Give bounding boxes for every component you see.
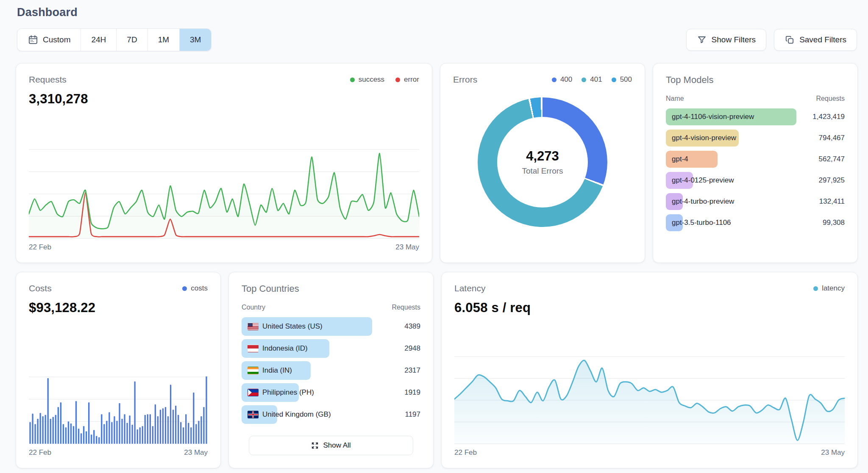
country-requests: 1197 xyxy=(405,410,420,419)
model-name: gpt-4-turbo-preview xyxy=(666,197,734,206)
model-requests: 99,308 xyxy=(823,219,845,227)
toolbar: Custom 24H 7D 1M 3M Show Filters xyxy=(0,19,868,51)
calendar-icon xyxy=(28,34,39,45)
legend-item-401: 401 xyxy=(581,75,602,84)
country-name: India (IN) xyxy=(242,366,292,375)
saved-filters-label: Saved Filters xyxy=(799,35,846,44)
top-countries-header: Country Requests xyxy=(242,304,420,311)
time-filter-24h[interactable]: 24H xyxy=(81,29,116,51)
latency-average-value: 6.058 s / req xyxy=(454,300,845,315)
table-row[interactable]: United States (US) 4389 xyxy=(242,317,420,336)
latency-card-title: Latency xyxy=(454,283,486,293)
requests-card: Requests success error 3,310,278 22 Feb xyxy=(16,63,432,263)
table-row[interactable]: gpt-3.5-turbo-1106 99,308 xyxy=(666,214,845,231)
table-row[interactable]: India (IN) 2317 xyxy=(242,361,420,380)
top-models-title: Top Models xyxy=(666,75,714,86)
column-header-requests: Requests xyxy=(816,95,845,102)
errors-card: Errors 400 401 500 xyxy=(440,63,645,263)
column-header-country: Country xyxy=(242,304,265,311)
table-row[interactable]: gpt-4-0125-preview 297,925 xyxy=(666,172,845,189)
requests-legend: success error xyxy=(350,75,419,84)
x-axis-end-label: 23 May xyxy=(821,448,845,457)
costs-total-value: $93,128.22 xyxy=(29,300,208,315)
errors-legend: 400 401 500 xyxy=(552,75,632,84)
costs-card: Costs costs $93,128.22 22 Feb 23 May xyxy=(16,272,221,468)
table-row[interactable]: Philippines (PH) 1919 xyxy=(242,383,420,402)
time-filter-custom[interactable]: Custom xyxy=(17,29,81,51)
india-flag-icon xyxy=(248,367,259,374)
top-countries-card: Top Countries Country Requests United St… xyxy=(228,272,434,468)
total-errors-label: Total Errors xyxy=(522,166,563,176)
legend-item-500: 500 xyxy=(612,75,632,84)
table-row[interactable]: gpt-4-vision-preview 794,467 xyxy=(666,130,845,147)
country-requests: 1919 xyxy=(404,388,420,397)
table-row[interactable]: Indonesia (ID) 2948 xyxy=(242,339,420,358)
top-models-rows: gpt-4-1106-vision-preview 1,423,419 gpt-… xyxy=(666,108,845,235)
model-requests: 297,925 xyxy=(819,176,845,185)
legend-item-error: error xyxy=(395,75,419,84)
costs-x-axis: 22 Feb 23 May xyxy=(29,448,208,457)
top-countries-title: Top Countries xyxy=(242,283,299,294)
time-filter-1m[interactable]: 1M xyxy=(147,29,179,51)
status-400-legend-dot xyxy=(552,77,556,82)
legend-item-400: 400 xyxy=(552,75,572,84)
time-filter-custom-label: Custom xyxy=(43,35,70,44)
x-axis-start-label: 22 Feb xyxy=(29,448,51,457)
model-requests: 794,467 xyxy=(819,134,845,142)
country-requests: 2948 xyxy=(404,344,420,353)
page-title: Dashboard xyxy=(0,0,868,19)
philippines-flag-icon xyxy=(248,389,259,396)
top-countries-rows: United States (US) 4389 Indonesia (ID) 2… xyxy=(242,317,420,427)
show-filters-button[interactable]: Show Filters xyxy=(686,29,767,51)
legend-item-success: success xyxy=(350,75,384,84)
top-models-card: Top Models Name Requests gpt-4-1106-visi… xyxy=(653,63,858,263)
country-name: United Kingdom (GB) xyxy=(242,410,331,419)
table-row[interactable]: United Kingdom (GB) 1197 xyxy=(242,405,420,424)
saved-filters-button[interactable]: Saved Filters xyxy=(774,29,857,51)
country-requests: 4389 xyxy=(404,322,420,331)
funnel-icon xyxy=(697,35,707,45)
time-filter-3m[interactable]: 3M xyxy=(179,29,211,51)
x-axis-start-label: 22 Feb xyxy=(454,448,477,457)
total-errors-value: 4,273 xyxy=(526,149,559,164)
table-row[interactable]: gpt-4-1106-vision-preview 1,423,419 xyxy=(666,108,845,125)
x-axis-end-label: 23 May xyxy=(184,448,208,457)
legend-item-latency: latency xyxy=(813,284,845,293)
model-name: gpt-4 xyxy=(666,155,688,163)
requests-line-chart[interactable] xyxy=(29,149,419,239)
column-header-requests: Requests xyxy=(392,304,420,311)
error-legend-dot xyxy=(395,77,400,82)
table-row[interactable]: gpt-4 562,747 xyxy=(666,151,845,168)
requests-card-title: Requests xyxy=(29,75,67,85)
top-models-header: Name Requests xyxy=(666,95,845,102)
table-row[interactable]: gpt-4-turbo-preview 132,411 xyxy=(666,193,845,210)
donut-center: 4,273 Total Errors xyxy=(478,97,607,227)
country-name: United States (US) xyxy=(242,322,323,331)
latency-area-chart[interactable] xyxy=(454,356,845,444)
dashboard-page: Dashboard Custom 24H 7D 1M xyxy=(0,0,868,473)
model-name: gpt-4-vision-preview xyxy=(666,134,736,142)
errors-card-title: Errors xyxy=(453,75,477,85)
model-name: gpt-4-0125-preview xyxy=(666,176,734,185)
show-all-button[interactable]: Show All xyxy=(249,436,413,455)
legend-item-costs: costs xyxy=(182,284,208,293)
time-filter-7d[interactable]: 7D xyxy=(116,29,147,51)
show-all-label: Show All xyxy=(323,441,351,450)
model-requests: 1,423,419 xyxy=(812,113,845,121)
latency-card: Latency latency 6.058 s / req 22 Feb 23 … xyxy=(441,272,858,468)
requests-total-value: 3,310,278 xyxy=(29,91,419,107)
country-name: Philippines (PH) xyxy=(242,388,314,397)
model-name: gpt-3.5-turbo-1106 xyxy=(666,219,731,227)
costs-bar-chart[interactable] xyxy=(29,376,208,444)
latency-x-axis: 22 Feb 23 May xyxy=(454,448,845,457)
united-kingdom-flag-icon xyxy=(248,411,259,418)
country-requests: 2317 xyxy=(404,366,420,375)
costs-card-title: Costs xyxy=(29,283,52,293)
costs-legend-dot xyxy=(182,286,187,291)
status-401-legend-dot xyxy=(581,77,586,82)
model-requests: 132,411 xyxy=(819,197,845,206)
model-name: gpt-4-1106-vision-preview xyxy=(666,113,754,121)
errors-donut-chart[interactable]: 4,273 Total Errors xyxy=(478,97,607,227)
united-states-flag-icon xyxy=(248,323,259,330)
requests-x-axis: 22 Feb 23 May xyxy=(29,243,419,252)
